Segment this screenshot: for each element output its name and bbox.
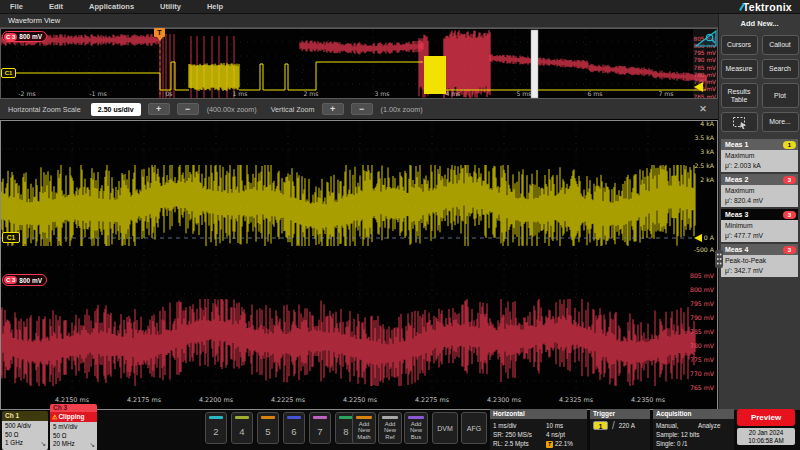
ref-color-stripe [382, 416, 398, 419]
measurement-card-4[interactable]: Meas 43 Peak-to-Peakμ': 342.7 mV [721, 244, 798, 277]
channel-5-button[interactable]: 5 [257, 412, 279, 444]
overview-x-tick: 6 ms [587, 90, 602, 97]
draw-a-box-button[interactable] [721, 112, 758, 132]
draw-a-box-icon [732, 116, 747, 129]
zoom-scale-bar: Horizontal Zoom Scale 2.50 us/div + − (4… [0, 99, 718, 120]
h-duration: 10 ms [546, 421, 563, 430]
menu-edit[interactable]: Edit [49, 2, 63, 11]
ch1-zero-marker[interactable]: C1 [2, 232, 20, 243]
overview-close-button[interactable]: ✕ [696, 102, 710, 116]
trigger-position-flag[interactable]: T [154, 28, 165, 37]
ch3-scale-value: 800 mV [19, 277, 42, 284]
date-time-display: 20 Jan 2024 10:06:58 AM [737, 428, 795, 445]
menu-bar: File Edit Applications Utility Help Tekt… [0, 0, 800, 14]
v-zoom-plus-button[interactable]: + [322, 103, 344, 115]
horizontal-zoom-scale-input[interactable]: 2.50 us/div [91, 103, 141, 116]
waveform-view-title: Waveform View [8, 16, 60, 25]
ch3-marker[interactable]: C 3 800 mV [2, 274, 47, 286]
h-zoom-minus-button[interactable]: − [177, 103, 199, 115]
meas-name: Meas 1 [725, 141, 748, 148]
v-zoom-minus-button[interactable]: − [351, 103, 373, 115]
more-button[interactable]: More... [762, 112, 799, 132]
ch3-termination: 50 Ω [53, 432, 95, 441]
cursors-button[interactable]: Cursors [721, 35, 758, 55]
channel-color-stripe [235, 416, 249, 419]
meas-type: Maximum [725, 151, 798, 161]
menu-file[interactable]: File [10, 2, 23, 11]
preview-button[interactable]: Preview [737, 409, 795, 426]
channel-color-stripe [209, 416, 223, 419]
measurement-card-2[interactable]: Meas 23 Maximumμ': 820.4 mV [721, 174, 798, 207]
source-badge: 3 [783, 211, 796, 219]
ch1-overview-trace [189, 63, 239, 91]
trigger-settings-panel[interactable]: Trigger 1 / 220 A [590, 409, 650, 450]
measurement-results: Meas 11 Maximumμ': 2.003 kA Meas 23 Maxi… [721, 139, 798, 277]
ch3-y-label: 770 mV [690, 370, 715, 377]
measurement-card-3[interactable]: Meas 33 Minimumμ': 477.7 mV [721, 209, 798, 242]
zoom-x-tick: 4.2200 ms [199, 396, 234, 404]
overview-x-tick: 3 ms [374, 90, 389, 97]
channel-color-stripe [261, 416, 275, 419]
channel-color-stripe [313, 416, 327, 419]
zoom-box-icon[interactable] [695, 29, 718, 48]
ch3-scale-value: 800 mV [19, 33, 42, 40]
waveform-overview[interactable]: -2 ms-1 ms0s1 ms2 ms3 ms4 ms5 ms6 ms7 ms… [0, 28, 718, 99]
zoom-x-tick: 4.2250 ms [343, 396, 378, 404]
results-table-button[interactable]: Results Table [721, 83, 758, 108]
ch1-scale: 500 A/div [5, 422, 46, 431]
date: 20 Jan 2024 [749, 429, 784, 437]
meas-name: Meas 3 [725, 211, 748, 218]
zoom-x-tick: 4.2225 ms [271, 396, 306, 404]
horizontal-settings-panel[interactable]: Horizontal 1 ms/div10 ms SR: 250 MS/s4 n… [490, 409, 587, 450]
callout-button[interactable]: Callout [762, 35, 799, 55]
meas-type: Minimum [725, 221, 798, 231]
channel-4-button[interactable]: 4 [231, 412, 253, 444]
measurement-card-1[interactable]: Meas 11 Maximumμ': 2.003 kA [721, 139, 798, 172]
meas-type: Peak-to-Peak [725, 256, 798, 266]
ch1-y-label: 2 kA [700, 176, 714, 183]
trigger-title: Trigger [590, 409, 650, 419]
menu-utility[interactable]: Utility [160, 2, 181, 11]
resolution: 4 ns/pt [546, 430, 565, 439]
acquisition-settings-panel[interactable]: Acquisition Manual,Analyze Sample: 12 bi… [653, 409, 734, 450]
ch3-overview-badge[interactable]: C 3 800 mV [2, 31, 47, 42]
waveform-zoom-view[interactable]: 4 kA3.5 kA3 kA2.5 kA2 kA0 A-500 A805 mV8… [0, 120, 718, 410]
add-new-math-button[interactable]: AddNewMath [352, 412, 376, 444]
afg-button[interactable]: AFG [461, 412, 487, 444]
measure-button[interactable]: Measure [721, 59, 758, 79]
ch1-level-arrow[interactable] [694, 82, 703, 92]
ch3-y-label: 780 mV [690, 342, 715, 349]
ch3-y-label: 805 mV [690, 272, 715, 279]
ch1-termination: 50 Ω [5, 431, 46, 440]
meas-name: Meas 4 [725, 246, 748, 253]
plot-button[interactable]: Plot [762, 83, 799, 108]
zoom-window-indicator [531, 30, 538, 98]
channel-6-button[interactable]: 6 [283, 412, 305, 444]
search-button[interactable]: Search [762, 59, 799, 79]
expand-arrow-icon: ↘ [90, 441, 95, 450]
add-new-ref-button[interactable]: AddNewRef [378, 412, 402, 444]
h-zoom-plus-button[interactable]: + [148, 103, 170, 115]
source-badge: 1 [783, 141, 796, 149]
ch3-settings-badge[interactable]: Ch 3 ⚠Clipping 5 mV/div 50 Ω 20 MHz ↘ [50, 404, 97, 450]
channel-7-button[interactable]: 7 [309, 412, 331, 444]
ch1-overview-badge[interactable]: C1 [1, 68, 16, 78]
overview-x-tick: -2 ms [18, 90, 35, 97]
clipping-warning: ⚠Clipping [50, 412, 97, 422]
ch1-overview-burst [424, 56, 446, 94]
brand-text: Tektronix [743, 1, 792, 13]
menu-help[interactable]: Help [207, 2, 223, 11]
ch3-chip: C 3 [4, 33, 17, 41]
overview-y-label: 795 mV [693, 50, 716, 56]
channel-2-button[interactable]: 2 [205, 412, 227, 444]
dvm-button[interactable]: DVM [432, 412, 458, 444]
overview-plot: -2 ms-1 ms0s1 ms2 ms3 ms4 ms5 ms6 ms7 ms… [0, 28, 718, 99]
menu-applications[interactable]: Applications [89, 2, 134, 11]
h-scale: 1 ms/div [493, 421, 546, 430]
add-new-button-grid: Cursors Callout Measure Search Results T… [719, 35, 800, 132]
sidebar-drag-handle[interactable] [715, 250, 723, 268]
zoom-x-tick: 4.2350 ms [631, 396, 666, 404]
add-new-bus-button[interactable]: AddNewBus [404, 412, 428, 444]
math-color-stripe [356, 416, 372, 419]
ch1-settings-badge[interactable]: Ch 1 500 A/div 50 Ω 1 GHz ↘ [2, 411, 48, 450]
